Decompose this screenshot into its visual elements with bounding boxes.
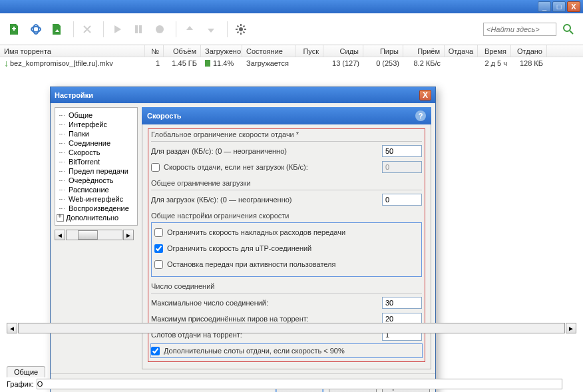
- overhead-label: Ограничить скорость накладных расходов п…: [167, 228, 419, 236]
- cell-num: 1: [145, 58, 164, 69]
- extra-slots-label: Дополнительные слоты отдачи, если скорос…: [164, 347, 422, 355]
- cell-time: 2 д 5 ч: [478, 58, 511, 69]
- svg-point-4: [156, 25, 164, 33]
- user-activity-checkbox[interactable]: [154, 260, 163, 269]
- remove-button[interactable]: [78, 20, 97, 39]
- max-conn-input[interactable]: [382, 297, 422, 309]
- col-launch[interactable]: Пуск: [295, 45, 323, 57]
- tree-item-advanced[interactable]: Дополнительно: [57, 213, 136, 222]
- cell-state: Загружается: [242, 58, 295, 69]
- user-activity-label: Остановка передач при активности пользов…: [167, 260, 419, 268]
- settings-tree: Общие Интерфейс Папки Соединение Скорост…: [55, 107, 138, 226]
- col-time[interactable]: Время: [478, 45, 511, 57]
- col-peers[interactable]: Пиры: [363, 45, 403, 57]
- add-torrent-url-button[interactable]: [27, 20, 45, 39]
- col-seeds[interactable]: Сиды: [323, 45, 363, 57]
- scroll-track[interactable]: [66, 230, 122, 240]
- play-button[interactable]: [108, 20, 126, 39]
- graph-row: График:: [7, 379, 562, 389]
- help-icon[interactable]: ?: [415, 110, 426, 121]
- list-scroll-right[interactable]: ►: [566, 323, 576, 333]
- graph-label: График:: [7, 380, 34, 388]
- tree-item-bittorrent[interactable]: BitTorrent: [57, 157, 136, 166]
- search-input[interactable]: [483, 23, 556, 36]
- cell-launch: [295, 62, 323, 65]
- tree-item-playback[interactable]: Воспроизведение: [57, 204, 136, 213]
- tree-item-interface[interactable]: Интерфейс: [57, 120, 136, 129]
- progress-icon: [205, 60, 210, 67]
- cell-size: 1.45 ГБ: [164, 58, 201, 69]
- upload-limit-input[interactable]: [382, 145, 422, 157]
- add-torrent-file-button[interactable]: [5, 20, 24, 39]
- minimize-button[interactable]: _: [538, 1, 551, 12]
- scroll-thumb[interactable]: [78, 230, 98, 240]
- svg-point-6: [564, 25, 570, 31]
- alt-upload-checkbox[interactable]: [151, 163, 160, 172]
- pane-header: Скорость ?: [142, 107, 431, 124]
- col-state[interactable]: Состояние: [242, 45, 295, 57]
- toolbar-separator: [176, 21, 176, 37]
- scroll-left-button[interactable]: ◄: [55, 230, 65, 240]
- settings-dialog: Настройки X Общие Интерфейс Папки Соедин…: [50, 87, 436, 392]
- pane-title: Скорость: [147, 112, 182, 120]
- tree-item-webui[interactable]: Web-интерфейс: [57, 194, 136, 204]
- table-header: Имя торрента № Объём Загружено Состояние…: [0, 45, 583, 57]
- search-button[interactable]: [559, 20, 578, 39]
- dialog-close-button[interactable]: X: [419, 90, 431, 100]
- list-scrollbar: ◄ ►: [7, 323, 576, 333]
- torrent-table: Имя торрента № Объём Загружено Состояние…: [0, 45, 583, 69]
- connections-group-title: Число соединений: [151, 282, 422, 290]
- cell-peers: 0 (253): [363, 58, 403, 69]
- cell-given: 128 КБ: [511, 58, 547, 69]
- graph-field[interactable]: [37, 379, 562, 389]
- pause-button[interactable]: [129, 20, 148, 39]
- create-torrent-button[interactable]: [48, 20, 67, 39]
- download-limit-input[interactable]: [382, 194, 422, 206]
- maximize-button[interactable]: □: [552, 1, 566, 12]
- col-send[interactable]: Отдача: [445, 45, 478, 57]
- list-scroll-track[interactable]: [18, 323, 565, 333]
- move-down-button[interactable]: [202, 20, 220, 39]
- alt-upload-label: Скорость отдачи, если нет загрузок (КБ/с…: [164, 163, 382, 171]
- max-conn-label: Максимальное число соединений:: [151, 299, 382, 307]
- utp-checkbox[interactable]: [154, 244, 163, 253]
- rate-settings-group-title: Общие настройки ограничения скорости: [151, 212, 422, 220]
- cell-seeds: 13 (127): [323, 58, 363, 69]
- upload-limit-label: Для раздач (КБ/с): (0 — неограниченно): [151, 147, 382, 155]
- download-limit-group-title: Общее ограничение загрузки: [151, 179, 422, 187]
- col-loaded[interactable]: Загружено: [201, 45, 242, 57]
- dialog-titlebar[interactable]: Настройки X: [51, 87, 435, 103]
- tree-item-queue[interactable]: Очерёдность: [57, 176, 136, 185]
- tab-general[interactable]: Общие: [7, 366, 45, 377]
- cell-loaded: 11.4%: [213, 59, 234, 67]
- upload-limit-group-title: Глобальное ограничение скорости отдачи *: [151, 130, 422, 138]
- downloading-icon: ↓: [4, 58, 9, 69]
- settings-button[interactable]: [232, 20, 250, 39]
- tree-item-transfer-cap[interactable]: Предел передачи: [57, 166, 136, 176]
- stop-button[interactable]: [150, 20, 169, 39]
- alt-upload-input: [382, 161, 422, 173]
- col-size[interactable]: Объём: [164, 45, 201, 57]
- tree-item-connection[interactable]: Соединение: [57, 138, 136, 148]
- col-name[interactable]: Имя торрента: [0, 45, 145, 57]
- table-row[interactable]: ↓bez_kompromisov_[tfile.ru].mkv 1 1.45 Г…: [0, 57, 583, 69]
- window-close-button[interactable]: X: [567, 1, 580, 12]
- tree-item-general[interactable]: Общие: [57, 110, 136, 120]
- svg-rect-2: [135, 25, 138, 33]
- tree-item-speed[interactable]: Скорость: [57, 148, 136, 157]
- scroll-right-button[interactable]: ►: [123, 230, 134, 240]
- toolbar-separator: [73, 21, 74, 37]
- tree-item-folders[interactable]: Папки: [57, 129, 136, 138]
- overhead-checkbox[interactable]: [154, 228, 163, 237]
- col-num[interactable]: №: [145, 45, 164, 57]
- tree-item-schedule[interactable]: Расписание: [57, 185, 136, 194]
- svg-rect-3: [139, 25, 142, 33]
- move-up-button[interactable]: [180, 20, 199, 39]
- col-recv[interactable]: Приём: [403, 45, 445, 57]
- extra-slots-checkbox[interactable]: [151, 347, 160, 355]
- col-given[interactable]: Отдано: [511, 45, 547, 57]
- list-scroll-left[interactable]: ◄: [7, 323, 17, 333]
- tree-scrollbar: ◄ ►: [55, 230, 134, 240]
- svg-point-5: [239, 27, 243, 31]
- cell-send: [445, 62, 478, 65]
